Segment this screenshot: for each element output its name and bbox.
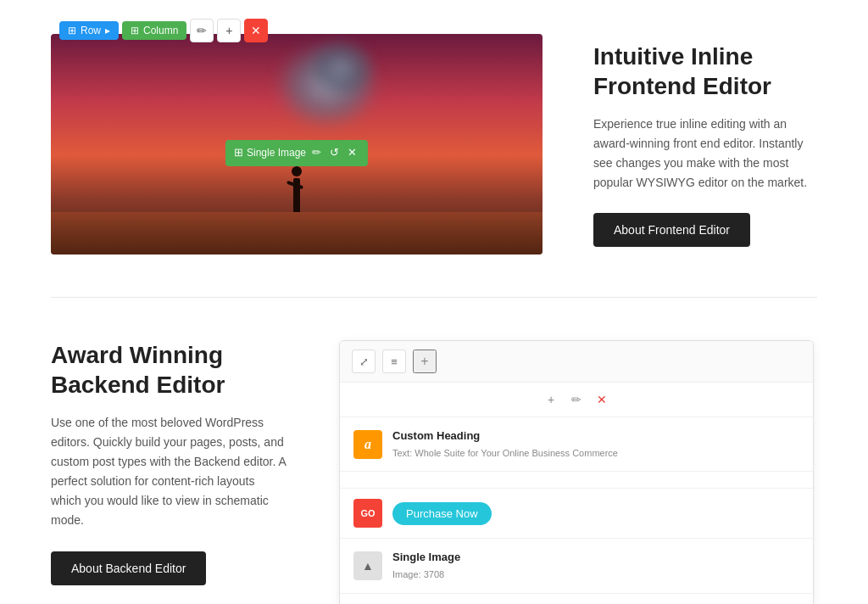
module-name-image: Single Image <box>392 549 799 567</box>
backend-bottom-plus-btn[interactable]: + <box>340 594 813 604</box>
plus-icon-btn[interactable]: + <box>217 19 241 42</box>
backend-editor-screenshot: ⤢ ≡ + + ✏ ✕ a Custom Heading Text: Whole… <box>339 340 814 604</box>
column-toolbar-btn[interactable]: ⊞ Column <box>122 21 186 40</box>
purchase-now-button[interactable]: Purchase Now <box>392 502 492 525</box>
top-section: ⊞ Row ▸ ⊞ Column ✏ + ✕ <box>0 0 868 297</box>
backend-section-title: Award Winning Backend Editor <box>51 340 288 400</box>
silhouette-arm <box>287 181 303 190</box>
backend-section-desc: Use one of the most beloved WordPress ed… <box>51 413 288 531</box>
row-toolbar-btn[interactable]: ⊞ Row ▸ <box>59 21 119 40</box>
grid-icon: ⊞ <box>68 25 76 36</box>
backend-row-pencil-btn[interactable]: ✏ <box>566 389 587 410</box>
row-label: Row <box>81 25 101 36</box>
water-reflection <box>51 212 542 254</box>
backend-title-line1: Award Winning <box>51 342 223 368</box>
frontend-section-title: Intuitive Inline Frontend Editor <box>593 42 817 101</box>
column-grid-icon: ⊞ <box>131 25 139 36</box>
frontend-toolbar[interactable]: ⊞ Row ▸ ⊞ Column ✏ + ✕ <box>59 19 268 42</box>
silhouette-body <box>293 178 300 212</box>
person-silhouette <box>292 166 302 212</box>
module-info-image: Single Image Image: 3708 <box>392 549 799 582</box>
module-icon-heading: a <box>353 430 382 459</box>
module-icon-go: GO <box>353 499 382 528</box>
about-frontend-editor-button[interactable]: About Frontend Editor <box>593 213 750 247</box>
module-sub-image: Image: 3708 <box>392 568 799 583</box>
backend-left-content: Award Winning Backend Editor Use one of … <box>51 340 288 585</box>
bottom-section: Award Winning Backend Editor Use one of … <box>0 298 868 604</box>
backend-expand-icon-btn[interactable]: ⤢ <box>352 350 376 373</box>
inline-image-toolbar[interactable]: ⊞ Single Image ✏ ↺ ✕ <box>225 140 368 166</box>
inline-close-icon[interactable]: ✕ <box>345 144 359 162</box>
column-label: Column <box>143 25 178 36</box>
module-name-heading: Custom Heading <box>392 428 799 445</box>
inline-grid-icon: ⊞ <box>234 144 243 162</box>
backend-plus-icon-btn[interactable]: + <box>413 350 437 373</box>
backend-row-close-btn[interactable]: ✕ <box>592 389 612 410</box>
table-row: GO Purchase Now <box>340 489 813 539</box>
frontend-right-content: Intuitive Inline Frontend Editor Experie… <box>593 42 817 247</box>
smoke-cloud-2 <box>308 38 376 98</box>
pencil-icon-btn[interactable]: ✏ <box>190 19 214 42</box>
inline-pencil-icon[interactable]: ✏ <box>309 144 324 162</box>
frontend-editor-image: ⊞ Single Image ✏ ↺ ✕ <box>51 34 542 254</box>
close-icon-btn[interactable]: ✕ <box>244 19 268 42</box>
module-sub-heading: Text: Whole Suite for Your Online Busine… <box>392 446 799 461</box>
backend-title-line2: Backend Editor <box>51 372 225 398</box>
module-icon-image: ▲ <box>353 551 382 580</box>
table-row-empty <box>340 472 813 489</box>
chevron-right-icon: ▸ <box>105 25 110 36</box>
backend-lines-icon-btn[interactable]: ≡ <box>382 350 406 373</box>
table-row: ▲ Single Image Image: 3708 <box>340 539 813 593</box>
about-backend-editor-button[interactable]: About Backend Editor <box>51 551 206 585</box>
inline-toolbar-label: Single Image <box>247 145 306 161</box>
backend-row-controls: + ✏ ✕ <box>340 383 813 417</box>
backend-row-plus-btn[interactable]: + <box>541 389 561 410</box>
backend-top-bar: ⤢ ≡ + <box>340 341 813 383</box>
inline-loop-icon[interactable]: ↺ <box>327 144 342 162</box>
module-info-heading: Custom Heading Text: Whole Suite for You… <box>392 428 799 461</box>
table-row: a Custom Heading Text: Whole Suite for Y… <box>340 417 813 472</box>
frontend-section-desc: Experience true inline editing with an a… <box>593 115 817 193</box>
silhouette-head <box>292 166 302 176</box>
frontend-editor-screenshot: ⊞ Row ▸ ⊞ Column ✏ + ✕ <box>51 34 542 254</box>
